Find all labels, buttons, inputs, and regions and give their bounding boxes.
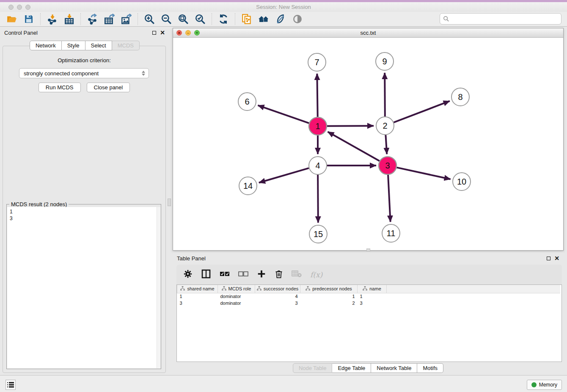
- task-history-button[interactable]: [6, 380, 16, 390]
- float-panel-icon[interactable]: [152, 31, 156, 35]
- unselect-all-icon[interactable]: [238, 271, 248, 279]
- edge-1-2[interactable]: [327, 126, 374, 126]
- network-document-icon[interactable]: [240, 13, 253, 25]
- edge-2-8[interactable]: [394, 101, 450, 123]
- column-header-MCDS-role[interactable]: MCDS role: [218, 285, 255, 293]
- import-table-icon[interactable]: [63, 13, 75, 25]
- network-graph[interactable]: 7968124314101511: [173, 38, 563, 251]
- application-window: Session: New Session: [0, 0, 567, 392]
- tab-node-table[interactable]: Node Table: [293, 363, 333, 373]
- search-input[interactable]: [451, 16, 561, 22]
- column-header-predecessor-nodes[interactable]: predecessor nodes: [300, 285, 358, 293]
- status-bar: Memory: [0, 375, 567, 392]
- cell[interactable]: 4: [255, 293, 300, 300]
- table-row[interactable]: 3dominator323: [177, 300, 560, 306]
- mcds-result-list[interactable]: 13: [7, 207, 160, 368]
- criterion-dropdown[interactable]: strongly connected component: [19, 68, 149, 78]
- delete-row-icon[interactable]: [275, 269, 283, 280]
- network-window: ✕ – + scc.txt 7968124314101511: [173, 28, 564, 251]
- cell[interactable]: 3: [177, 300, 218, 306]
- node-label-14: 14: [243, 181, 253, 190]
- show-hide-eye-icon[interactable]: [291, 13, 304, 25]
- edge-4-14[interactable]: [259, 168, 309, 182]
- hierarchy-icon: [222, 286, 226, 292]
- network-window-titlebar[interactable]: ✕ – + scc.txt: [173, 28, 563, 38]
- close-panel-button[interactable]: Close panel: [87, 83, 130, 92]
- cell[interactable]: dominator: [218, 300, 255, 306]
- memory-button[interactable]: Memory: [527, 380, 562, 390]
- node-label-7: 7: [314, 58, 319, 67]
- result-line: 3: [10, 215, 158, 222]
- result-scrollbar[interactable]: [157, 207, 160, 368]
- cell[interactable]: dominator: [218, 293, 255, 300]
- add-row-icon[interactable]: [257, 269, 266, 280]
- zoom-in-icon[interactable]: [143, 13, 156, 25]
- cell[interactable]: 3: [358, 300, 387, 306]
- node-label-3: 3: [385, 161, 390, 170]
- edge-3-11[interactable]: [388, 175, 391, 222]
- mcds-result-group: MCDS result (2 nodes) 13: [6, 204, 161, 369]
- node-table: shared nameMCDS rolesuccessor nodesprede…: [176, 284, 562, 362]
- toolbar-separator: [235, 13, 235, 25]
- save-icon[interactable]: [22, 13, 35, 25]
- select-all-icon[interactable]: [220, 271, 230, 279]
- control-panel-tabs: Network Style Select MCDS: [0, 41, 169, 50]
- edge-2-9[interactable]: [385, 73, 385, 116]
- node-label-1: 1: [315, 121, 320, 131]
- tab-edge-table[interactable]: Edge Table: [332, 363, 371, 373]
- node-label-11: 11: [387, 229, 396, 238]
- network-canvas[interactable]: 7968124314101511: [173, 38, 563, 250]
- node-label-2: 2: [383, 121, 387, 130]
- cell[interactable]: 1: [177, 293, 218, 300]
- tab-network[interactable]: Network: [30, 41, 62, 50]
- refresh-layout-icon[interactable]: [217, 13, 230, 25]
- cell[interactable]: 2: [300, 300, 358, 306]
- delete-table-icon[interactable]: [292, 270, 302, 279]
- columns-icon[interactable]: [201, 269, 211, 281]
- vertical-splitter-grip[interactable]: [168, 199, 171, 206]
- tab-motifs[interactable]: Motifs: [417, 363, 443, 373]
- memory-label: Memory: [539, 382, 557, 388]
- node-label-15: 15: [314, 229, 323, 239]
- export-network-icon[interactable]: [86, 13, 99, 25]
- cell[interactable]: 1: [300, 293, 358, 300]
- float-table-panel-icon[interactable]: [547, 257, 550, 260]
- column-header-name[interactable]: name: [358, 285, 387, 293]
- zoom-selected-icon[interactable]: [194, 13, 206, 25]
- export-table-icon[interactable]: [103, 13, 116, 25]
- edge-3-10[interactable]: [396, 168, 450, 179]
- zoom-fit-icon[interactable]: [177, 13, 190, 25]
- run-mcds-button[interactable]: Run MCDS: [39, 83, 81, 92]
- edge-4-15[interactable]: [318, 175, 318, 223]
- tab-style[interactable]: Style: [62, 41, 85, 50]
- horizontal-splitter-grip[interactable]: [366, 248, 370, 251]
- cell[interactable]: 3: [255, 300, 300, 306]
- edge-1-6[interactable]: [258, 105, 309, 123]
- table-row[interactable]: 1dominator411: [177, 293, 560, 300]
- cell[interactable]: 1: [358, 293, 387, 300]
- edge-3-1[interactable]: [328, 132, 380, 161]
- search-icon: [443, 16, 449, 22]
- column-header-shared-name[interactable]: shared name: [177, 285, 218, 293]
- tab-network-table[interactable]: Network Table: [371, 363, 417, 373]
- column-header-successor-nodes[interactable]: successor nodes: [255, 285, 300, 293]
- gear-icon[interactable]: [183, 269, 193, 280]
- hierarchy-icon: [306, 286, 310, 292]
- tab-select[interactable]: Select: [85, 41, 112, 50]
- export-image-icon[interactable]: [120, 13, 132, 25]
- list-icon: [7, 382, 14, 388]
- import-network-icon[interactable]: [46, 13, 58, 25]
- function-builder-icon[interactable]: f(x): [310, 271, 322, 279]
- home-icon[interactable]: [257, 13, 270, 25]
- table-toolbar: f(x): [176, 265, 562, 284]
- close-panel-icon[interactable]: ✕: [160, 30, 165, 35]
- open-folder-icon[interactable]: [6, 13, 18, 25]
- style-paint-icon[interactable]: [274, 13, 287, 25]
- toolbar-separator: [138, 13, 138, 25]
- tab-mcds[interactable]: MCDS: [112, 41, 140, 50]
- edge-2-3[interactable]: [385, 135, 387, 154]
- close-table-panel-icon[interactable]: ✕: [554, 256, 559, 260]
- edge-1-7[interactable]: [317, 74, 317, 117]
- node-label-4: 4: [315, 161, 320, 170]
- zoom-out-icon[interactable]: [160, 13, 173, 25]
